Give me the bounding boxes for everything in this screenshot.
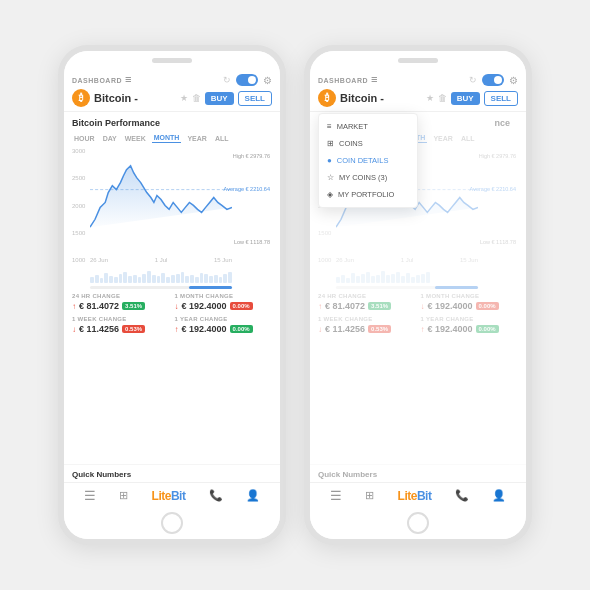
dropdown-menu-right: ≡ MARKET ⊞ COINS ● COIN DETAILS ☆ MY COI… [318, 113, 418, 208]
hamburger-icon-left[interactable]: ☰ [84, 488, 96, 503]
time-week-left[interactable]: WEEK [123, 133, 148, 143]
coins-label: COINS [339, 139, 363, 148]
toggle-left[interactable] [236, 74, 258, 86]
home-button-right[interactable] [407, 512, 429, 534]
arrow-down-right-1: ↓ [421, 302, 425, 311]
scroll-indicator-right [336, 286, 478, 289]
dashboard-label-left: DASHBOARD ☰ [72, 76, 132, 84]
arrow-down-left-2: ↓ [72, 325, 76, 334]
stat-24hr-right: 24 HR CHANGE ↑ € 81.4072 3.51% [318, 293, 416, 311]
time-all-right[interactable]: ALL [459, 133, 477, 143]
coin-left-left: ₿ Bitcoin - [72, 89, 138, 107]
phone-bottom-left [64, 507, 280, 539]
sell-button-right[interactable]: SELL [484, 91, 518, 106]
dropdown-portfolio[interactable]: ◈ MY PORTFOLIO [319, 186, 417, 203]
phone-screen-right: DASHBOARD ☰ ↻ ⚙ ₿ Bitcoin - [310, 69, 526, 507]
dropdown-coins[interactable]: ⊞ COINS [319, 135, 417, 152]
dropdown-market[interactable]: ≡ MARKET [319, 118, 417, 135]
chart-x-labels-left: 26 Jun 1 Jul 15 Jun [90, 257, 232, 263]
stat-24hr-left: 24 HR CHANGE ↑ € 81.4072 3.51% [72, 293, 170, 311]
person-icon-right[interactable]: 👤 [492, 489, 506, 502]
header-icons-right: ↻ ⚙ [469, 74, 518, 86]
buy-button-right[interactable]: BUY [451, 92, 480, 105]
phone-icon-left[interactable]: 📞 [209, 489, 223, 502]
chart-low-right: Low € 1118.78 [480, 239, 516, 245]
bottom-nav-right: ☰ ⊞ LiteBit 📞 👤 [310, 482, 526, 507]
my-coins-icon: ☆ [327, 173, 334, 182]
chart-y-labels-left: 3000 2500 2000 1500 1000 [72, 148, 85, 263]
quick-numbers-right: Quick Numbers [310, 464, 526, 482]
speaker-right [398, 58, 438, 63]
phone-bottom-right [310, 507, 526, 539]
coin-details-icon: ● [327, 156, 332, 165]
portfolio-icon: ◈ [327, 190, 333, 199]
chart-x-labels-right: 26 Jun 1 Jul 15 Jun [336, 257, 478, 263]
trash-icon-right[interactable]: 🗑 [438, 93, 447, 103]
my-coins-label: MY COINS (3) [339, 173, 387, 182]
chart-title-left: Bitcoin Performance [72, 118, 272, 128]
hamburger-icon-right[interactable]: ☰ [330, 488, 342, 503]
coin-details-label: COIN DETAILS [337, 156, 389, 165]
app-content-left: Bitcoin Performance HOUR DAY WEEK MONTH … [64, 112, 280, 464]
header-top-left: DASHBOARD ☰ ↻ ⚙ [72, 74, 272, 86]
header-icons-left: ↻ ⚙ [223, 74, 272, 86]
right-phone: DASHBOARD ☰ ↻ ⚙ ₿ Bitcoin - [304, 45, 532, 545]
arrow-up-left-2: ↑ [175, 325, 179, 334]
gear-icon-right: ⚙ [509, 75, 518, 86]
chart-high-left: High € 2979.76 [233, 153, 270, 159]
refresh-icon-left: ↻ [223, 75, 231, 85]
market-icon: ≡ [327, 122, 332, 131]
phone-screen-left: DASHBOARD ☰ ↻ ⚙ ₿ Bitcoin - [64, 69, 280, 507]
dashboard-label-right: DASHBOARD ☰ [318, 76, 378, 84]
menu-icon-left: ☰ [125, 76, 132, 84]
arrow-down-left-1: ↓ [175, 302, 179, 311]
coins-icon: ⊞ [327, 139, 334, 148]
grid-icon-left[interactable]: ⊞ [119, 489, 128, 502]
person-icon-left[interactable]: 👤 [246, 489, 260, 502]
grid-icon-right[interactable]: ⊞ [365, 489, 374, 502]
toggle-knob-right [494, 76, 502, 84]
time-filters-left: HOUR DAY WEEK MONTH YEAR ALL [72, 133, 272, 143]
chart-high-right: High € 2979.76 [479, 153, 516, 159]
toggle-right[interactable] [482, 74, 504, 86]
phone-top-bar-right [310, 51, 526, 69]
stat-1month-left: 1 MONTH CHANGE ↓ € 192.4000 0.00% [175, 293, 273, 311]
dashboard-text-left: DASHBOARD [72, 77, 122, 84]
volume-area-left [90, 267, 232, 283]
buy-button-left[interactable]: BUY [205, 92, 234, 105]
stat-1year-left: 1 YEAR CHANGE ↑ € 192.4000 0.00% [175, 316, 273, 334]
refresh-icon-right: ↻ [469, 75, 477, 85]
time-all-left[interactable]: ALL [213, 133, 231, 143]
litebit-logo-left: LiteBit [152, 489, 186, 503]
phone-icon-right[interactable]: 📞 [455, 489, 469, 502]
arrow-down-right-2: ↓ [318, 325, 322, 334]
time-year-right[interactable]: YEAR [431, 133, 454, 143]
trash-icon-left[interactable]: 🗑 [192, 93, 201, 103]
dropdown-my-coins[interactable]: ☆ MY COINS (3) [319, 169, 417, 186]
app-header-left: DASHBOARD ☰ ↻ ⚙ ₿ Bitcoin - [64, 69, 280, 112]
left-phone: DASHBOARD ☰ ↻ ⚙ ₿ Bitcoin - [58, 45, 286, 545]
stat-1year-right: 1 YEAR CHANGE ↑ € 192.4000 0.00% [421, 316, 519, 334]
sell-button-left[interactable]: SELL [238, 91, 272, 106]
bottom-nav-left: ☰ ⊞ LiteBit 📞 👤 [64, 482, 280, 507]
gear-icon-left: ⚙ [263, 75, 272, 86]
time-year-left[interactable]: YEAR [185, 133, 208, 143]
app-header-right: DASHBOARD ☰ ↻ ⚙ ₿ Bitcoin - [310, 69, 526, 112]
star-icon-left[interactable]: ★ [180, 93, 188, 103]
star-icon-right[interactable]: ★ [426, 93, 434, 103]
time-hour-left[interactable]: HOUR [72, 133, 97, 143]
quick-numbers-left: Quick Numbers [64, 464, 280, 482]
time-month-left[interactable]: MONTH [152, 133, 182, 143]
arrow-up-right-1: ↑ [318, 302, 322, 311]
portfolio-label: MY PORTFOLIO [338, 190, 394, 199]
scroll-indicator-left [90, 286, 232, 289]
coin-name-left: Bitcoin - [94, 92, 138, 104]
time-day-left[interactable]: DAY [101, 133, 119, 143]
dropdown-coin-details[interactable]: ● COIN DETAILS [319, 152, 417, 169]
home-button-left[interactable] [161, 512, 183, 534]
coin-row-right: ₿ Bitcoin - ★ 🗑 BUY SELL [318, 89, 518, 107]
menu-icon-right[interactable]: ☰ [371, 76, 378, 84]
coin-left-right: ₿ Bitcoin - [318, 89, 384, 107]
dashboard-text-right: DASHBOARD [318, 77, 368, 84]
litebit-logo-right: LiteBit [398, 489, 432, 503]
